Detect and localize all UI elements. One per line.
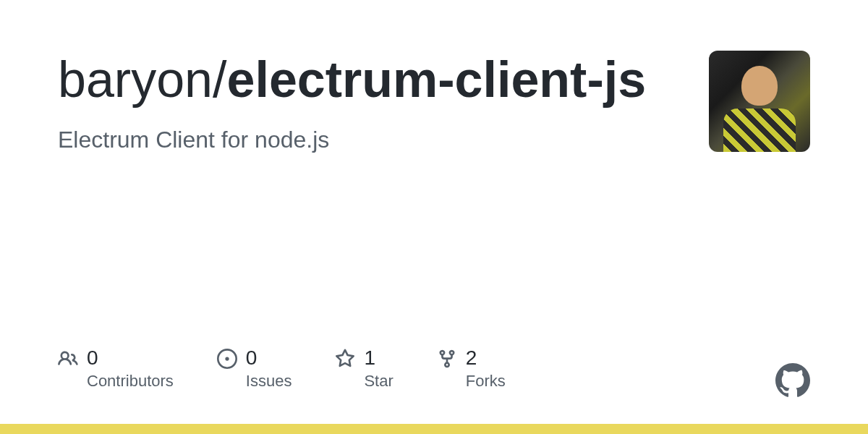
- repo-header: baryon/electrum-client-js Electrum Clien…: [0, 0, 868, 153]
- stat-stars[interactable]: 1 Star: [335, 346, 393, 391]
- repo-separator: /: [213, 51, 226, 108]
- issues-count: 0: [246, 346, 292, 370]
- star-icon: [335, 349, 355, 369]
- repo-owner-link[interactable]: baryon: [58, 51, 213, 108]
- forks-label: Forks: [466, 372, 506, 391]
- stat-contributors[interactable]: 0 Contributors: [58, 346, 174, 391]
- issues-label: Issues: [246, 372, 292, 391]
- repo-info: baryon/electrum-client-js Electrum Clien…: [58, 51, 651, 153]
- avatar[interactable]: [709, 51, 810, 152]
- forks-count: 2: [466, 346, 506, 370]
- contributors-label: Contributors: [87, 372, 174, 391]
- contributors-count: 0: [87, 346, 174, 370]
- language-bar: [0, 424, 868, 434]
- stat-forks[interactable]: 2 Forks: [437, 346, 506, 391]
- stat-text: 0 Issues: [246, 346, 292, 391]
- stat-text: 2 Forks: [466, 346, 506, 391]
- stat-issues[interactable]: 0 Issues: [217, 346, 292, 391]
- stars-count: 1: [364, 346, 393, 370]
- repo-title: baryon/electrum-client-js: [58, 51, 651, 109]
- people-icon: [58, 349, 78, 369]
- stat-text: 1 Star: [364, 346, 393, 391]
- repo-stats: 0 Contributors 0 Issues 1 Star 2 Forks: [58, 346, 506, 391]
- fork-icon: [437, 349, 457, 369]
- github-logo-icon[interactable]: [775, 363, 810, 398]
- issue-icon: [217, 349, 237, 369]
- repo-name-link[interactable]: electrum-client-js: [227, 51, 647, 108]
- stat-text: 0 Contributors: [87, 346, 174, 391]
- repo-description: Electrum Client for node.js: [58, 127, 651, 153]
- stars-label: Star: [364, 372, 393, 391]
